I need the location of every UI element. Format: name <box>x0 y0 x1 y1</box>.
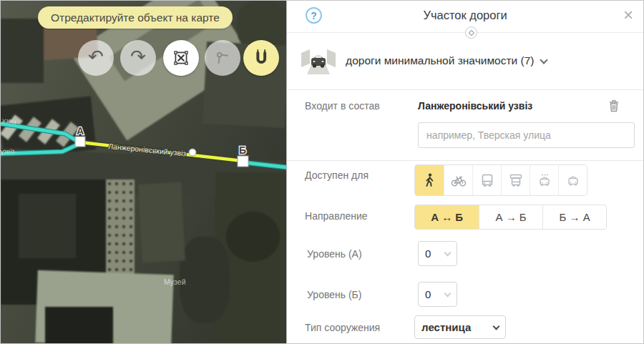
delete-object-icon <box>172 49 190 67</box>
road-category-icon <box>300 45 337 77</box>
section-divider <box>287 89 644 90</box>
delete-object-button[interactable] <box>163 40 199 76</box>
split-road-icon <box>213 49 232 67</box>
add-street-input[interactable] <box>418 122 635 148</box>
access-car-toggle[interactable] <box>558 165 587 195</box>
chevron-down-icon <box>444 249 452 256</box>
car-icon <box>565 172 582 189</box>
close-icon: × <box>623 5 633 24</box>
bus-icon <box>479 172 496 189</box>
direction-both-button[interactable]: А ↔ Б <box>415 205 479 229</box>
level-a-dropdown[interactable]: 0 <box>418 241 457 266</box>
edge-road-label-bottom: узвіз <box>1 147 15 155</box>
poi-label-museum: Музей <box>164 277 186 286</box>
remove-street-button[interactable] <box>608 99 620 115</box>
part-of-value[interactable]: Ланжеронівський узвіз <box>418 100 532 112</box>
road-category-selector[interactable]: дороги минимальной значимости (7) <box>300 42 632 79</box>
level-b-dropdown[interactable]: 0 <box>418 282 457 307</box>
segment-midpoint-handle[interactable] <box>189 149 196 156</box>
trash-icon <box>608 99 620 113</box>
access-bicycle-toggle[interactable] <box>444 165 472 195</box>
direction-a-to-b-button[interactable]: А → Б <box>479 205 542 229</box>
level-b-value: 0 <box>425 288 431 300</box>
direction-label: Направление <box>305 210 367 222</box>
section-divider <box>287 160 644 161</box>
part-of-label: Входит в состав <box>305 100 380 112</box>
marker-a-label: А <box>77 125 84 137</box>
access-bus-toggle[interactable] <box>472 165 501 195</box>
access-pedestrian-toggle[interactable] <box>415 165 444 195</box>
edit-hint-tooltip: Отредактируйте объект на карте <box>38 6 233 29</box>
truck-icon <box>507 172 525 189</box>
redo-button[interactable]: ↷ <box>120 40 156 76</box>
panel-drag-handle[interactable] <box>465 26 477 39</box>
drag-handle-icon <box>468 29 474 35</box>
access-label: Доступен для <box>305 169 369 181</box>
undo-icon: ↶ <box>88 47 104 66</box>
level-b-label: Уровень (Б) <box>307 289 361 300</box>
marker-b-label: Б <box>239 144 246 156</box>
access-truck-toggle[interactable] <box>501 165 530 195</box>
bicycle-icon <box>450 172 467 189</box>
access-toggle-group <box>414 164 587 196</box>
redo-icon: ↷ <box>130 47 146 66</box>
direction-toggle-group: А ↔ Б А → Б Б → А <box>414 205 607 230</box>
structure-type-label: Тип сооружения <box>305 322 380 333</box>
chevron-down-icon <box>540 56 548 64</box>
vertex-marker-b[interactable] <box>238 156 248 167</box>
road-category-label: дороги минимальной значимости (7) <box>346 54 534 67</box>
level-a-value: 0 <box>425 247 431 260</box>
magnet-snap-button[interactable] <box>243 40 279 76</box>
chevron-down-icon <box>444 290 452 297</box>
pedestrian-icon <box>421 172 438 189</box>
level-a-label: Уровень (А) <box>307 248 361 260</box>
vertex-marker-a[interactable] <box>75 137 85 147</box>
magnet-icon <box>251 48 271 68</box>
split-road-button[interactable] <box>205 40 240 76</box>
panel-title: Участок дороги <box>287 9 643 22</box>
direction-b-to-a-button[interactable]: Б → А <box>542 205 606 229</box>
structure-type-value: лестница <box>421 321 471 333</box>
road-segment-panel: ? Участок дороги × дороги миним <box>286 1 643 343</box>
access-taxi-toggle[interactable] <box>530 165 558 195</box>
structure-type-dropdown[interactable]: лестница <box>414 315 506 339</box>
chevron-down-icon <box>493 323 500 330</box>
taxi-icon <box>536 172 553 189</box>
road-name-label: Ланжеронівський узвіз <box>108 142 187 157</box>
undo-button[interactable]: ↶ <box>78 40 114 76</box>
satellite-map[interactable]: А Б Ланжеронівський узвіз узвіз узвіз Му… <box>1 1 286 343</box>
map-editor-window: А Б Ланжеронівський узвіз узвіз узвіз Му… <box>0 0 644 344</box>
close-button[interactable]: × <box>623 6 633 24</box>
